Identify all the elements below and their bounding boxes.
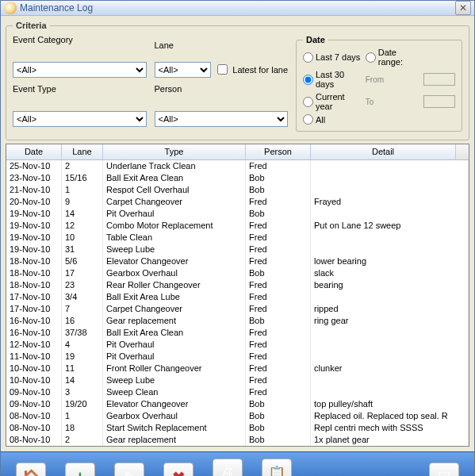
- titlebar: Maintenance Log ✕: [1, 1, 474, 16]
- cell-date: 17-Nov-10: [6, 291, 62, 303]
- close-button[interactable]: ✕: [455, 1, 471, 15]
- cell-lane: 3/4: [62, 291, 103, 303]
- cell-detail: bearing: [311, 279, 469, 291]
- cell-date: 18-Nov-10: [6, 279, 62, 291]
- table-row[interactable]: 10-Nov-1014Sweep LubeFred: [6, 374, 469, 386]
- table-row[interactable]: 08-Nov-1018Start Switch ReplacementBobRe…: [6, 422, 469, 434]
- cell-type: Pit Overhaul: [103, 208, 246, 220]
- home-icon: 🏠: [21, 468, 41, 476]
- printer-icon: 🖨: [220, 465, 235, 476]
- settings-button[interactable]: ☑ Settings: [420, 457, 468, 477]
- all-radio[interactable]: [303, 114, 313, 125]
- table-row[interactable]: 16-Nov-1016Gear replacementBobring gear: [6, 315, 469, 327]
- add-event-button[interactable]: + Add Event: [56, 457, 104, 477]
- cell-detail: Replaced oil. Replaced top seal. R: [311, 410, 469, 422]
- table-body[interactable]: 25-Nov-102Underlane Track CleanFred23-No…: [6, 160, 469, 446]
- cell-person: Bob: [246, 422, 311, 434]
- table-row[interactable]: 19-Nov-1010Table CleanFred: [6, 232, 469, 244]
- date-range-radio[interactable]: [366, 52, 376, 63]
- table-row[interactable]: 11-Nov-1019Pit OverhaulFred: [6, 351, 469, 363]
- cell-person: Fred: [246, 351, 311, 363]
- app-icon: [4, 2, 17, 14]
- cell-person: Bob: [246, 410, 311, 422]
- table-row[interactable]: 08-Nov-101Gearbox OverhaulBobReplaced oi…: [6, 410, 469, 422]
- table-row[interactable]: 18-Nov-1017Gearbox OverhaulBobslack: [6, 267, 469, 279]
- print-list-button[interactable]: 🖨 Print This List: [204, 457, 251, 477]
- date-range-label: Date range:: [378, 48, 419, 67]
- table-row[interactable]: 25-Nov-102Underlane Track CleanFred: [6, 160, 469, 172]
- from-input[interactable]: [423, 73, 455, 86]
- table-row[interactable]: 19-Nov-1014Pit OverhaulBob: [6, 208, 469, 220]
- lane-select[interactable]: <All>: [155, 62, 212, 78]
- cell-detail: top pulley/shaft: [311, 398, 469, 410]
- cell-detail: [311, 244, 469, 255]
- table-row[interactable]: 09-Nov-1019/20Elevator ChangeoverBobtop …: [6, 398, 469, 410]
- col-person[interactable]: Person: [246, 144, 311, 159]
- table-row[interactable]: 10-Nov-1011Front Roller ChangeoverFredcl…: [6, 363, 469, 374]
- current-year-label: Current year: [316, 92, 361, 111]
- cell-lane: 19: [62, 351, 103, 363]
- delete-event-button[interactable]: ✖ Delete Event: [155, 457, 202, 477]
- cell-type: Pit Overhaul: [103, 339, 246, 351]
- cell-detail: [311, 160, 469, 172]
- current-year-radio[interactable]: [303, 97, 313, 107]
- col-date[interactable]: Date: [6, 144, 62, 159]
- cell-type: Pit Overhaul: [103, 351, 246, 363]
- edit-button[interactable]: ✎ Edit: [105, 457, 153, 477]
- cell-detail: [311, 386, 469, 398]
- main-menu-button[interactable]: 🏠 Main Menu: [7, 457, 55, 477]
- table-row[interactable]: 21-Nov-101Respot Cell OverhaulBob: [6, 184, 469, 196]
- cell-date: 12-Nov-10: [6, 339, 62, 351]
- last7-radio[interactable]: [303, 52, 313, 63]
- cell-detail: Frayed: [311, 196, 469, 208]
- close-icon: ✕: [459, 2, 467, 13]
- cell-type: Gear replacement: [103, 434, 246, 446]
- last30-radio[interactable]: [303, 75, 313, 85]
- cell-detail: [311, 184, 469, 196]
- event-type-select[interactable]: <All>: [13, 111, 147, 127]
- table-row[interactable]: 19-Nov-1012Combo Motor ReplacementFredPu…: [6, 220, 469, 232]
- table-row[interactable]: 16-Nov-1037/38Ball Exit Area CleanFred: [6, 327, 469, 339]
- cell-person: Fred: [246, 339, 311, 351]
- table-row[interactable]: 12-Nov-104Pit OverhaulFred: [6, 339, 469, 351]
- cell-person: Bob: [246, 315, 311, 327]
- cell-date: 16-Nov-10: [6, 315, 62, 327]
- cell-person: Bob: [246, 398, 311, 410]
- cell-lane: 9: [62, 196, 103, 208]
- latest-for-lane-checkbox[interactable]: [217, 64, 228, 75]
- table-row[interactable]: 08-Nov-102Gear replacementBob1x planet g…: [6, 434, 469, 446]
- table-row[interactable]: 23-Nov-1015/16Ball Exit Area CleanBob: [6, 172, 469, 184]
- cell-detail: ring gear: [311, 315, 469, 327]
- event-category-select[interactable]: <All>: [13, 62, 147, 78]
- cell-type: Combo Motor Replacement: [103, 220, 246, 232]
- cell-detail: 1x planet gear: [311, 434, 469, 446]
- table-row[interactable]: 17-Nov-107Carpet ChangeoverFredripped: [6, 303, 469, 315]
- cell-detail: Repl centri mech with SSSS: [311, 422, 469, 434]
- from-label: From: [366, 75, 419, 84]
- print-checklist-button[interactable]: 📋 Print Checklist: [253, 457, 301, 477]
- col-type[interactable]: Type: [103, 144, 246, 159]
- cell-lane: 10: [62, 232, 103, 244]
- cell-lane: 31: [62, 244, 103, 255]
- cell-lane: 1: [62, 410, 103, 422]
- cell-type: Elevator Changeover: [103, 398, 246, 410]
- col-lane[interactable]: Lane: [62, 144, 103, 159]
- cell-date: 08-Nov-10: [6, 422, 62, 434]
- cell-person: Fred: [246, 220, 311, 232]
- lane-label: Lane: [155, 40, 174, 50]
- table-row[interactable]: 18-Nov-105/6Elevator ChangeoverFredlower…: [6, 255, 469, 267]
- criteria-group: Criteria Event Category Lane <All> <All>: [6, 21, 469, 140]
- cell-lane: 5/6: [62, 255, 103, 267]
- cell-lane: 2: [62, 160, 103, 172]
- cell-person: Fred: [246, 303, 311, 315]
- person-select[interactable]: <All>: [155, 111, 289, 127]
- to-input[interactable]: [423, 95, 455, 108]
- table-row[interactable]: 09-Nov-103Sweep CleanFred: [6, 386, 469, 398]
- cell-detail: [311, 327, 469, 339]
- table-row[interactable]: 19-Nov-1031Sweep LubeFred: [6, 244, 469, 255]
- cell-detail: [311, 291, 469, 303]
- table-row[interactable]: 17-Nov-103/4Ball Exit Area LubeFred: [6, 291, 469, 303]
- table-row[interactable]: 20-Nov-109Carpet ChangeoverFredFrayed: [6, 196, 469, 208]
- col-detail[interactable]: Detail: [311, 144, 456, 159]
- table-row[interactable]: 18-Nov-1023Rear Roller ChangeoverFredbea…: [6, 279, 469, 291]
